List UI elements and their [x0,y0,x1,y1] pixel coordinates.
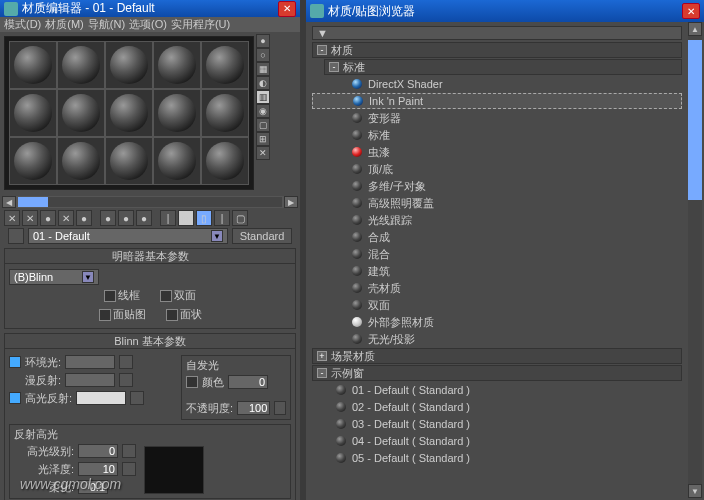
material-type-button[interactable]: Standard [232,228,292,244]
browser-scrollbar[interactable]: ▲ ▼ [688,22,702,498]
sample-slot[interactable] [201,41,249,89]
side-tool-button[interactable]: ▢ [256,118,270,132]
material-type-item[interactable]: 多维/子对象 [312,178,682,194]
sample-slot[interactable] [105,137,153,185]
sample-item[interactable]: 05 - Default ( Standard ) [312,450,682,466]
sample-item[interactable]: 04 - Default ( Standard ) [312,433,682,449]
toolbar-button[interactable]: ● [118,210,134,226]
scroll-thumb[interactable] [18,197,48,207]
sample-item[interactable]: 03 - Default ( Standard ) [312,416,682,432]
toolbar-button[interactable]: ● [100,210,116,226]
side-tool-button[interactable]: ● [256,34,270,48]
opacity-spinner[interactable]: 100 [237,401,270,415]
glossiness-map-button[interactable] [122,462,136,476]
sample-slot[interactable] [153,137,201,185]
faceted-checkbox[interactable] [166,309,178,321]
sample-slot[interactable] [57,41,105,89]
scroll-down-icon[interactable]: ▼ [688,484,702,498]
material-type-item[interactable]: 光线跟踪 [312,212,682,228]
menu-nav[interactable]: 导航(N) [88,17,125,32]
side-tool-button[interactable]: ◉ [256,104,270,118]
sample-item[interactable]: 01 - Default ( Standard ) [312,382,682,398]
diffuse-map-button[interactable] [119,373,133,387]
sample-slot[interactable] [201,89,249,137]
side-tool-button[interactable]: ▥ [256,90,270,104]
material-type-item[interactable]: 双面 [312,297,682,313]
sample-slot[interactable] [201,137,249,185]
sample-item[interactable]: 02 - Default ( Standard ) [312,399,682,415]
selfillum-color-checkbox[interactable] [186,376,198,388]
side-tool-button[interactable]: ▦ [256,62,270,76]
toolbar-button[interactable]: ● [40,210,56,226]
sample-slot[interactable] [9,89,57,137]
toolbar-button[interactable]: ● [76,210,92,226]
material-type-item[interactable]: 外部参照材质 [312,314,682,330]
expand-icon[interactable]: + [317,351,327,361]
menu-options[interactable]: 选项(O) [129,17,167,32]
material-type-item[interactable]: Ink 'n Paint [312,93,682,109]
material-type-item[interactable]: 混合 [312,246,682,262]
material-type-item[interactable]: DirectX Shader [312,76,682,92]
scroll-thumb[interactable] [688,40,702,200]
dropdown-arrow-icon[interactable]: ▼ [82,271,94,283]
collapse-icon[interactable]: - [329,62,339,72]
material-type-item[interactable]: 无光/投影 [312,331,682,347]
twosided-checkbox[interactable] [160,290,172,302]
side-tool-button[interactable]: ◐ [256,76,270,90]
sample-slot[interactable] [9,137,57,185]
specular-lock-icon[interactable] [9,392,21,404]
menu-util[interactable]: 实用程序(U) [171,17,230,32]
speclevel-spinner[interactable]: 0 [78,444,118,458]
toolbar-button[interactable]: ✕ [4,210,20,226]
material-type-item[interactable]: 标准 [312,127,682,143]
toolbar-button[interactable]: ✕ [58,210,74,226]
toolbar-button[interactable]: ✕ [22,210,38,226]
collapse-icon[interactable]: - [317,45,327,55]
slot-scrollbar[interactable]: ◀ ▶ [2,196,298,208]
side-tool-button[interactable]: ○ [256,48,270,62]
close-icon[interactable]: ✕ [278,1,296,17]
shader-dropdown[interactable]: (B)Blinn ▼ [9,269,99,285]
sample-slot[interactable] [57,137,105,185]
material-name-dropdown[interactable]: 01 - Default ▼ [28,228,228,244]
material-type-item[interactable]: 合成 [312,229,682,245]
material-type-item[interactable]: 高级照明覆盖 [312,195,682,211]
sample-slot[interactable] [9,41,57,89]
toolbar-button[interactable]: ▦ [178,210,194,226]
material-type-item[interactable]: 建筑 [312,263,682,279]
sample-slot[interactable] [57,89,105,137]
sample-slot[interactable] [153,41,201,89]
sample-section-header[interactable]: - 示例窗 [312,365,682,381]
wire-checkbox[interactable] [104,290,116,302]
material-section-header[interactable]: - 材质 [312,42,682,58]
material-type-item[interactable]: 变形器 [312,110,682,126]
toolbar-button[interactable]: ▯ [196,210,212,226]
ambient-map-button[interactable] [119,355,133,369]
opacity-map-button[interactable] [274,401,286,415]
sample-slot[interactable] [105,41,153,89]
specular-map-button[interactable] [130,391,144,405]
scroll-up-icon[interactable]: ▲ [688,22,702,36]
diffuse-swatch[interactable] [65,373,115,387]
menu-material[interactable]: 材质(M) [45,17,84,32]
scroll-track[interactable] [18,197,282,207]
search-bar[interactable]: ▼ [312,26,682,40]
shader-rollout-header[interactable]: 明暗器基本参数 [4,248,296,264]
sample-slot[interactable] [153,89,201,137]
speclevel-map-button[interactable] [122,444,136,458]
collapse-icon[interactable]: - [317,368,327,378]
scroll-right-icon[interactable]: ▶ [284,196,298,208]
scroll-left-icon[interactable]: ◀ [2,196,16,208]
toolbar-button[interactable]: ● [136,210,152,226]
side-tool-button[interactable]: ✕ [256,146,270,160]
material-type-item[interactable]: 虫漆 [312,144,682,160]
toolbar-button[interactable]: | [214,210,230,226]
selfillum-spinner[interactable]: 0 [228,375,268,389]
scene-section-header[interactable]: + 场景材质 [312,348,682,364]
blinn-rollout-header[interactable]: Blinn 基本参数 [4,333,296,349]
menu-mode[interactable]: 模式(D) [4,17,41,32]
standard-section-header[interactable]: - 标准 [324,59,682,75]
ambient-lock-icon[interactable] [9,356,21,368]
close-icon[interactable]: ✕ [682,3,700,19]
eyedropper-icon[interactable] [8,228,24,244]
